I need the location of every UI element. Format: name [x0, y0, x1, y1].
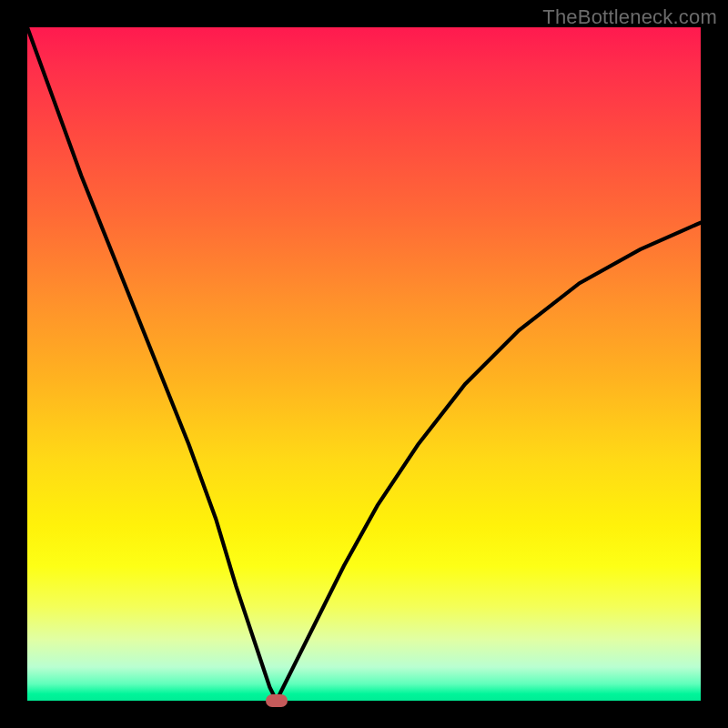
bottleneck-curve	[27, 27, 701, 701]
watermark-text: TheBottleneck.com	[542, 5, 717, 29]
chart-container: TheBottleneck.com	[0, 0, 728, 728]
optimum-marker	[266, 694, 288, 707]
plot-area	[27, 27, 701, 701]
